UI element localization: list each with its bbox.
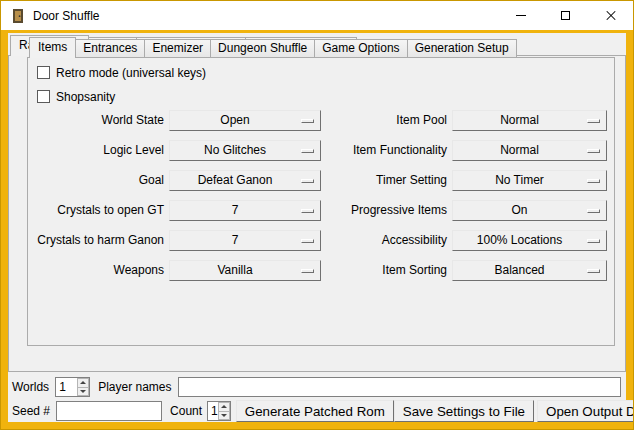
crystals-open-gt-value: 7 [232, 203, 239, 217]
progressive-items-dropdown[interactable]: On [452, 200, 607, 221]
tab-game-options[interactable]: Game Options [314, 39, 407, 58]
door-icon [10, 8, 26, 24]
accessibility-dropdown[interactable]: 100% Locations [452, 230, 607, 251]
count-label: Count [170, 404, 202, 418]
retro-mode-row: Retro mode (universal keys) [37, 65, 206, 80]
option-row: Crystals to open GT 7 Progressive Items … [32, 195, 607, 225]
crystals-open-gt-label: Crystals to open GT [32, 203, 164, 217]
world-state-label: World State [32, 113, 164, 127]
option-row: Crystals to harm Ganon 7 Accessibility 1… [32, 225, 607, 255]
shopsanity-checkbox[interactable] [37, 90, 50, 103]
tab-enemizer[interactable]: Enemizer [144, 39, 211, 58]
timer-setting-dropdown[interactable]: No Timer [452, 170, 607, 191]
goal-value: Defeat Ganon [198, 173, 273, 187]
arrow-up-icon [80, 381, 86, 384]
weapons-dropdown[interactable]: Vanilla [169, 260, 321, 281]
dropdown-indicator-icon [301, 149, 314, 153]
minimize-icon [516, 15, 526, 16]
worlds-value[interactable]: 1 [56, 378, 77, 396]
item-pool-label: Item Pool [326, 113, 447, 127]
shopsanity-label[interactable]: Shopsanity [56, 90, 115, 104]
goal-dropdown[interactable]: Defeat Ganon [169, 170, 321, 191]
spin-up-button[interactable] [77, 378, 89, 388]
tab-entrances[interactable]: Entrances [75, 39, 145, 58]
accessibility-label: Accessibility [326, 233, 447, 247]
count-value[interactable]: 1 [208, 402, 218, 420]
close-button[interactable] [588, 1, 633, 30]
world-state-dropdown[interactable]: Open [169, 110, 321, 131]
main-notebook: Randomize Adjust Starting Inventory Cust… [8, 35, 626, 374]
option-row: Goal Defeat Ganon Timer Setting No Timer [32, 165, 607, 195]
door-shuffle-window: Door Shuffle Randomize Adjust Starting I… [0, 0, 634, 430]
arrow-down-icon [221, 414, 227, 417]
progressive-items-label: Progressive Items [326, 203, 447, 217]
item-functionality-dropdown[interactable]: Normal [452, 140, 607, 161]
option-row: World State Open Item Pool Normal [32, 105, 607, 135]
arrow-down-icon [80, 390, 86, 393]
spin-down-button[interactable] [77, 388, 89, 397]
goal-label: Goal [32, 173, 164, 187]
world-state-value: Open [220, 113, 249, 127]
generate-rom-button[interactable]: Generate Patched Rom [236, 400, 394, 422]
retro-mode-label[interactable]: Retro mode (universal keys) [56, 66, 206, 80]
dropdown-indicator-icon [587, 209, 600, 213]
randomize-tab-bar: Items Entrances Enemizer Dungeon Shuffle… [27, 37, 615, 58]
close-icon [605, 10, 617, 22]
worlds-spinbox[interactable]: 1 [55, 377, 90, 397]
options-grid: World State Open Item Pool Normal [32, 105, 607, 285]
items-pane: Retro mode (universal keys) Shopsanity W… [27, 57, 615, 346]
dropdown-indicator-icon [301, 119, 314, 123]
item-sorting-dropdown[interactable]: Balanced [452, 260, 607, 281]
timer-setting-value: No Timer [495, 173, 544, 187]
player-names-input[interactable] [178, 377, 622, 397]
tab-items[interactable]: Items [29, 37, 76, 58]
count-spinbox[interactable]: 1 [207, 401, 231, 421]
dropdown-indicator-icon [587, 149, 600, 153]
dropdown-indicator-icon [301, 269, 314, 273]
option-row: Logic Level No Glitches Item Functionali… [32, 135, 607, 165]
dropdown-indicator-icon [301, 209, 314, 213]
dropdown-indicator-icon [301, 179, 314, 183]
crystals-harm-ganon-dropdown[interactable]: 7 [169, 230, 321, 251]
crystals-open-gt-dropdown[interactable]: 7 [169, 200, 321, 221]
worlds-label: Worlds [12, 380, 49, 394]
logic-level-label: Logic Level [32, 143, 164, 157]
open-output-button[interactable]: Open Output Directory [537, 400, 634, 422]
caption-buttons [498, 1, 633, 30]
titlebar[interactable]: Door Shuffle [1, 1, 633, 30]
save-settings-button[interactable]: Save Settings to File [394, 400, 534, 422]
dropdown-indicator-icon [587, 179, 600, 183]
worlds-spin-arrows [77, 378, 89, 396]
arrow-up-icon [221, 405, 227, 408]
dropdown-indicator-icon [587, 269, 600, 273]
dropdown-indicator-icon [587, 119, 600, 123]
crystals-harm-ganon-label: Crystals to harm Ganon [32, 233, 164, 247]
maximize-icon [561, 11, 570, 20]
weapons-label: Weapons [32, 263, 164, 277]
tab-generation-setup[interactable]: Generation Setup [407, 39, 517, 58]
seed-input[interactable] [56, 401, 162, 421]
logic-level-value: No Glitches [204, 143, 266, 157]
count-spin-arrows [218, 402, 230, 420]
tab-dungeon-shuffle[interactable]: Dungeon Shuffle [210, 39, 315, 58]
item-pool-dropdown[interactable]: Normal [452, 110, 607, 131]
timer-setting-label: Timer Setting [326, 173, 447, 187]
shopsanity-row: Shopsanity [37, 89, 115, 104]
retro-mode-checkbox[interactable] [37, 66, 50, 79]
player-names-label: Player names [98, 380, 171, 394]
dropdown-indicator-icon [587, 239, 600, 243]
item-sorting-label: Item Sorting [326, 263, 447, 277]
accessibility-value: 100% Locations [477, 233, 562, 247]
randomize-notebook: Retro mode (universal keys) Shopsanity W… [27, 37, 615, 348]
spin-up-button[interactable] [218, 402, 230, 412]
main-panel: Randomize Adjust Starting Inventory Cust… [8, 33, 626, 422]
item-sorting-value: Balanced [494, 263, 544, 277]
weapons-value: Vanilla [217, 263, 252, 277]
maximize-button[interactable] [543, 1, 588, 30]
option-row: Weapons Vanilla Item Sorting Balanced [32, 255, 607, 285]
spin-down-button[interactable] [218, 412, 230, 421]
minimize-button[interactable] [498, 1, 543, 30]
logic-level-dropdown[interactable]: No Glitches [169, 140, 321, 161]
item-pool-value: Normal [500, 113, 539, 127]
seed-label: Seed # [12, 404, 50, 418]
